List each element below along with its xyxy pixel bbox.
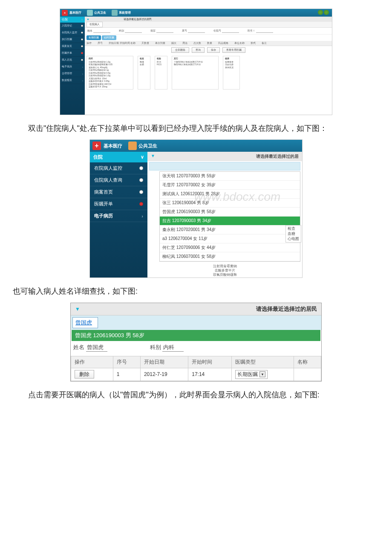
sidebar-item[interactable]: 病人总览 xyxy=(60,57,85,64)
exam-item[interactable]: 心电图 xyxy=(288,237,299,242)
dropdown-item-selected[interactable]: 拉吉 1207090003 男 34岁 xyxy=(160,217,300,225)
col: 单位名称 xyxy=(234,41,245,45)
tab-row: 住院病人 xyxy=(85,22,332,28)
field-value: 内科 xyxy=(162,344,184,352)
sidebar-section[interactable]: 合理管理› xyxy=(60,70,85,77)
sidebar-item[interactable]: 执行医嘱 xyxy=(60,36,85,43)
sidebar-item-record[interactable]: 病案首页 xyxy=(90,186,147,198)
top-tab-health[interactable]: 公共卫生 xyxy=(138,143,157,149)
delete-all-button[interactable]: 全部删除 xyxy=(171,47,189,53)
brand: 基本医疗 xyxy=(104,143,122,149)
dropdown-item[interactable]: 柳纪凤 1206070001 女 58岁 xyxy=(160,252,300,261)
table-header-row: 操作 序号 开始日期 开始时间 医嘱类型 名称 xyxy=(71,356,321,368)
search-input[interactable]: 曾国虎 xyxy=(72,317,98,328)
cell-name[interactable] xyxy=(294,368,321,381)
paragraph-3: 点击需要开医嘱的病人（以"曾国虎"为例），此时界面会显示病人的入院信息，如下图: xyxy=(13,388,379,402)
dropdown-icon[interactable]: ▼ xyxy=(86,18,89,21)
dropdown-item[interactable]: 张三 1206190004 男 8岁 xyxy=(160,199,300,208)
dropdown-item[interactable]: 何仁芝 1207090006 女 44岁 xyxy=(160,243,300,252)
sidebar-item[interactable]: 病案首页 xyxy=(60,43,85,50)
dropdown-item[interactable]: 曾国虎 1206190003 男 58岁 xyxy=(160,208,300,217)
patient-dropdown: 张天明 1207070003 男 59岁 毛雪芹 1207070002 女 39… xyxy=(159,171,300,262)
paragraph-1: 双击"住院病人"处,在下拉菜单中可以看到已经办理入院手续的病人及在院病人，如下图… xyxy=(13,121,379,135)
sidebar-header[interactable]: 住院 ∨ xyxy=(60,17,85,23)
health-icon xyxy=(128,142,137,150)
chevron-right-icon: › xyxy=(82,72,83,75)
col-type: 医嘱类型 xyxy=(232,356,294,368)
dropdown-item[interactable]: 秦永刚 1207020001 男 34岁 xyxy=(160,225,300,234)
health-icon xyxy=(87,10,93,16)
order-type-tabs: 长期医嘱 临时医嘱 xyxy=(85,35,332,41)
list-item[interactable]: HCG xyxy=(157,63,165,66)
col-date: 开始日期 xyxy=(140,356,188,368)
sidebar-item-label: 医嘱开单 xyxy=(62,51,72,55)
field-underline xyxy=(256,29,273,33)
paragraph-2: 也可输入病人姓名详细查找，如下图: xyxy=(13,284,379,298)
save-button[interactable]: 保存 xyxy=(207,47,220,53)
info-row: 姓名 曾国虎 科别 内科 xyxy=(71,342,321,353)
field-underline xyxy=(125,29,142,33)
search-wrap: 曾国虎 xyxy=(71,315,321,330)
dropdown-icon[interactable]: ▼ xyxy=(75,306,80,312)
top-tab-health[interactable]: 公共卫生 xyxy=(94,11,106,15)
radio-icon xyxy=(81,38,83,40)
sidebar-section-label: 合理管理 xyxy=(62,72,72,75)
table-header: 操作 序号 开始日期 开始时间 名称 天数值 单次剂量 频次 用法 总次数 数量… xyxy=(85,41,332,46)
radio-icon xyxy=(139,178,143,182)
radio-icon-active xyxy=(81,52,83,54)
table-row: 删除 1 2012-7-19 17:14 长期医嘱 ▼ xyxy=(71,368,321,381)
sidebar-section[interactable]: 数据报表› xyxy=(60,77,85,84)
dropdown-item[interactable]: 测试病人 1206120001 男 28岁 xyxy=(160,190,300,199)
sidebar-item-monitor[interactable]: 在院病人监控 xyxy=(90,162,147,174)
sidebar-item-label: 入院登记 xyxy=(62,24,72,28)
pill-temp[interactable]: 临时医嘱 xyxy=(102,35,116,40)
list-item[interactable]: 身体状况 xyxy=(225,66,238,69)
field-label: 住院号 xyxy=(213,29,221,33)
dropdown-item[interactable]: 毛雪芹 1207070002 女 39岁 xyxy=(160,181,300,190)
order-table: 操作 序号 开始日期 开始时间 医嘱类型 名称 删除 1 2012-7-19 1… xyxy=(71,356,321,381)
topbar: + 基本医疗 公共卫生 系统管理 xyxy=(60,9,332,17)
search-input[interactable] xyxy=(149,162,300,171)
dropdown-item[interactable]: 张天明 1207070003 男 59岁 xyxy=(160,172,300,181)
screenshot-3: ▼ 请选择最近选择过的居民 曾国虎 曾国虎 1206190003 男 58岁 姓… xyxy=(70,303,322,382)
sidebar-item[interactable]: 入院登记 xyxy=(60,23,85,29)
radio-icon xyxy=(81,45,83,47)
screenshot-1: + 基本医疗 公共卫生 系统管理 住院 ∨ 入院登记 在院病人监控 执行医嘱 病… xyxy=(60,9,332,115)
col: 开始日期 开始时间 名称 xyxy=(109,41,135,45)
sidebar-section-emr[interactable]: 电子病历› xyxy=(90,210,147,222)
search-result[interactable]: 曾国虎 1206190003 男 58岁 xyxy=(72,330,320,341)
view-common-button[interactable]: 查看常用医嘱 xyxy=(222,47,245,53)
hint-text: 请选择最近选择过的居民 xyxy=(256,305,317,313)
sidebar-item-label: 病案首页 xyxy=(94,189,113,195)
order-type-select[interactable]: 长期医嘱 ▼ xyxy=(235,370,268,379)
list-exam: 检查 胸透 血糖 xyxy=(138,56,150,90)
sidebar-section-label: 电子病历 xyxy=(62,65,72,69)
sidebar-item[interactable]: 在院病人监控 xyxy=(60,29,85,36)
sidebar-item[interactable]: 医嘱开单 xyxy=(60,50,85,57)
query-button[interactable]: 查询 xyxy=(192,47,205,53)
sidebar-header[interactable]: 住院 ∨ xyxy=(90,152,147,162)
list-item[interactable]: 血糖 xyxy=(140,63,148,66)
exam-item[interactable]: 血糖 xyxy=(288,231,299,237)
main-panel: ▼ 请选择最近选择过的居 张天明 1207070003 男 59岁 毛雪芹 12… xyxy=(147,152,302,278)
list-item[interactable]: 盐酸多塞平片 25mg xyxy=(89,85,131,88)
dropdown-item[interactable]: a3 1206270004 女 11岁 xyxy=(160,234,300,243)
top-tab-system[interactable]: 系统管理 xyxy=(119,11,131,15)
chevron-right-icon: › xyxy=(82,66,83,68)
sidebar-item-order[interactable]: 医嘱开单 xyxy=(90,198,147,210)
radio-icon xyxy=(81,59,83,61)
dropdown-icon[interactable]: ▼ xyxy=(151,153,155,159)
list-test: 检验 肝功 HCG xyxy=(155,56,167,90)
col: 数量 xyxy=(207,41,212,45)
sidebar-item-label: 在院病人监控 xyxy=(62,31,77,35)
pill-longterm[interactable]: 长期医嘱 xyxy=(86,35,101,40)
sidebar-section-label: 电子病历 xyxy=(94,213,113,219)
tab-inpatient[interactable]: 住院病人 xyxy=(86,22,103,27)
plus-icon: + xyxy=(62,10,68,16)
radio-icon xyxy=(81,25,83,27)
sidebar-item-query[interactable]: 住院病人查询 xyxy=(90,174,147,186)
sidebar-section[interactable]: 电子病历› xyxy=(60,64,85,70)
radio-icon-active xyxy=(139,202,143,206)
delete-button[interactable]: 删除 xyxy=(75,370,94,379)
list-item[interactable]: 胸部X线计算机体层(CT)平扫 xyxy=(174,63,216,66)
